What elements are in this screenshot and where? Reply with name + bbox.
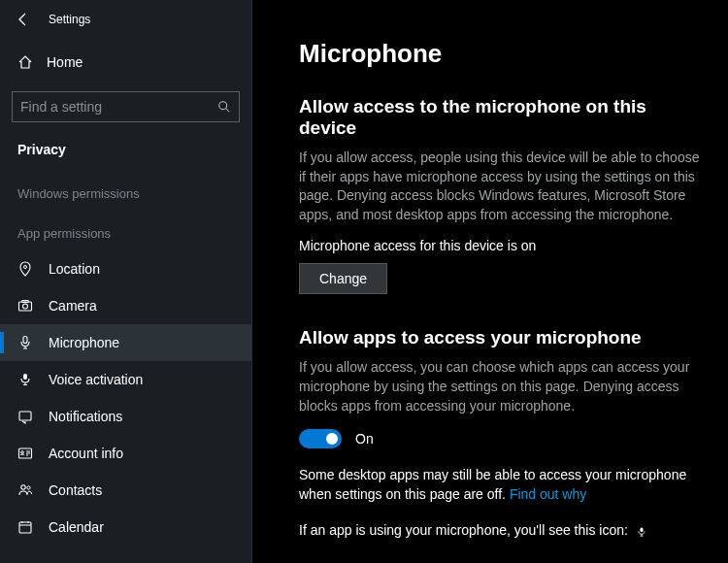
sidebar-item-calendar[interactable]: Calendar bbox=[0, 509, 251, 546]
apps-access-toggle[interactable] bbox=[299, 429, 342, 448]
page-title: Microphone bbox=[299, 39, 701, 69]
sidebar-item-voice-activation[interactable]: Voice activation bbox=[0, 361, 251, 398]
header-row: Settings bbox=[0, 8, 251, 39]
microphone-indicator-icon bbox=[636, 526, 647, 538]
group-windows-permissions: Windows permissions bbox=[0, 171, 251, 211]
sidebar-item-label: Account info bbox=[49, 446, 123, 461]
svg-rect-13 bbox=[640, 527, 643, 532]
sidebar-item-microphone[interactable]: Microphone bbox=[0, 324, 251, 361]
svg-point-10 bbox=[21, 485, 25, 489]
app-title: Settings bbox=[49, 13, 90, 26]
sidebar-item-camera[interactable]: Camera bbox=[0, 287, 251, 324]
sidebar-item-label: Location bbox=[49, 261, 100, 277]
search-icon bbox=[217, 100, 231, 114]
back-arrow-icon[interactable] bbox=[16, 12, 31, 27]
sidebar-item-account-info[interactable]: Account info bbox=[0, 435, 251, 472]
svg-rect-7 bbox=[19, 412, 31, 420]
section-desc-apps-access: If you allow access, you can choose whic… bbox=[299, 358, 701, 415]
section-heading-device-access: Allow access to the microphone on this d… bbox=[299, 96, 701, 139]
svg-rect-12 bbox=[19, 522, 31, 533]
svg-point-3 bbox=[23, 304, 28, 309]
sidebar-item-label: Camera bbox=[49, 298, 97, 314]
sidebar-item-label: Calendar bbox=[49, 519, 104, 535]
sidebar-item-location[interactable]: Location bbox=[0, 250, 251, 287]
camera-icon bbox=[17, 298, 33, 314]
microphone-icon bbox=[17, 335, 33, 350]
svg-point-9 bbox=[21, 451, 24, 454]
svg-rect-5 bbox=[23, 337, 27, 344]
category-label: Privacy bbox=[0, 134, 251, 171]
group-app-permissions: App permissions bbox=[0, 211, 251, 250]
sidebar-item-label: Notifications bbox=[49, 409, 122, 424]
search-input[interactable] bbox=[20, 99, 217, 115]
calendar-icon bbox=[17, 519, 33, 535]
desktop-apps-note: Some desktop apps may still be able to a… bbox=[299, 466, 701, 504]
sidebar-item-contacts[interactable]: Contacts bbox=[0, 472, 251, 509]
sidebar-item-label: Microphone bbox=[49, 335, 119, 350]
toggle-label: On bbox=[355, 431, 374, 447]
search-box[interactable] bbox=[12, 91, 240, 122]
main-panel: Microphone Allow access to the microphon… bbox=[252, 0, 728, 563]
section-heading-apps-access: Allow apps to access your microphone bbox=[299, 327, 701, 348]
voice-icon bbox=[17, 372, 33, 387]
svg-rect-6 bbox=[23, 374, 27, 380]
home-label: Home bbox=[47, 54, 83, 70]
change-button[interactable]: Change bbox=[299, 263, 387, 294]
sidebar: Settings Home Privacy Windows permission… bbox=[0, 0, 252, 563]
svg-point-1 bbox=[24, 266, 27, 269]
sidebar-item-notifications[interactable]: Notifications bbox=[0, 398, 251, 435]
usage-icon-note: If an app is using your microphone, you'… bbox=[299, 521, 701, 541]
account-icon bbox=[17, 446, 33, 461]
find-out-why-link[interactable]: Find out why bbox=[510, 486, 586, 502]
sidebar-item-label: Contacts bbox=[49, 482, 102, 498]
svg-point-11 bbox=[27, 486, 30, 489]
notifications-icon bbox=[17, 409, 33, 424]
section-desc-device-access: If you allow access, people using this d… bbox=[299, 149, 701, 224]
location-icon bbox=[17, 261, 33, 277]
contacts-icon bbox=[17, 482, 33, 498]
sidebar-item-label: Voice activation bbox=[49, 372, 143, 387]
svg-rect-2 bbox=[19, 302, 32, 311]
device-access-status: Microphone access for this device is on bbox=[299, 238, 701, 253]
home-icon bbox=[17, 54, 33, 70]
home-button[interactable]: Home bbox=[12, 45, 240, 80]
svg-point-0 bbox=[219, 102, 227, 110]
